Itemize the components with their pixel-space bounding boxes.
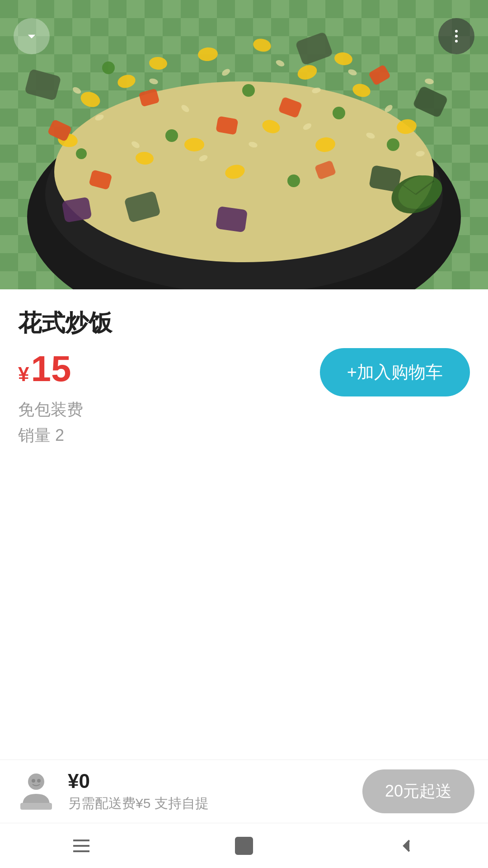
more-options-button[interactable] bbox=[438, 18, 474, 54]
product-price: ¥ 15 bbox=[18, 348, 83, 390]
svg-point-17 bbox=[184, 138, 204, 151]
svg-rect-42 bbox=[216, 206, 248, 233]
svg-point-64 bbox=[32, 779, 35, 783]
svg-point-32 bbox=[165, 129, 178, 142]
svg-point-29 bbox=[102, 61, 115, 74]
svg-point-33 bbox=[287, 175, 300, 187]
product-info-section: 花式炒饭 ¥ 15 免包装费 销量 2 +加入购物车 bbox=[0, 289, 488, 474]
add-to-cart-button[interactable]: +加入购物车 bbox=[320, 348, 470, 396]
nav-menu-button[interactable] bbox=[63, 828, 99, 864]
svg-rect-66 bbox=[20, 803, 52, 810]
cart-bar: ¥0 另需配送费¥5 支持自提 20元起送 bbox=[0, 760, 488, 823]
svg-point-65 bbox=[37, 779, 41, 783]
svg-point-34 bbox=[76, 148, 87, 159]
product-meta: 免包装费 销量 2 bbox=[18, 399, 83, 447]
hero-food-image bbox=[0, 0, 488, 289]
product-name: 花式炒饭 bbox=[18, 307, 470, 339]
svg-rect-41 bbox=[61, 197, 92, 223]
more-icon bbox=[455, 30, 458, 42]
cart-info: ¥0 另需配送费¥5 支持自提 bbox=[68, 770, 362, 813]
svg-rect-70 bbox=[236, 838, 252, 854]
svg-point-31 bbox=[333, 107, 345, 119]
svg-point-35 bbox=[387, 138, 399, 151]
checkout-button[interactable]: 20元起送 bbox=[362, 769, 474, 813]
price-value: 15 bbox=[31, 348, 71, 390]
cart-delivery-info: 另需配送费¥5 支持自提 bbox=[68, 794, 362, 813]
packaging-fee: 免包装费 bbox=[18, 399, 83, 421]
svg-point-30 bbox=[242, 84, 255, 97]
cart-avatar bbox=[14, 769, 59, 814]
price-symbol: ¥ bbox=[18, 363, 29, 386]
svg-point-63 bbox=[28, 774, 44, 790]
back-button[interactable] bbox=[14, 18, 50, 54]
sales-count: 销量 2 bbox=[18, 425, 83, 447]
nav-back-button[interactable] bbox=[389, 828, 425, 864]
nav-home-button[interactable] bbox=[226, 828, 262, 864]
cart-amount: ¥0 bbox=[68, 770, 362, 793]
nav-bar bbox=[0, 823, 488, 868]
